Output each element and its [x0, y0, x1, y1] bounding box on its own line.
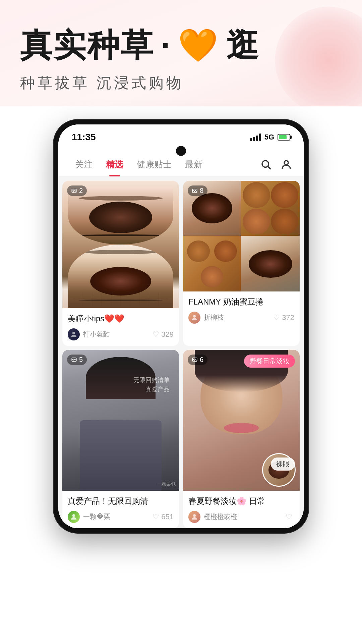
card-2-image: 8 [183, 181, 300, 291]
card-2-meta: 折柳枝 ♡ 372 [188, 312, 294, 324]
photo-count-4: 6 [188, 355, 207, 365]
feed-card-1[interactable]: 2 美瞳小tips❤️❤️ 打小就酷 ♡ 329 [62, 181, 179, 346]
camera-notch [176, 146, 186, 156]
card-1-avatar [68, 328, 80, 340]
signal-bar-4 [259, 133, 261, 141]
hero-heart: 🧡 [178, 27, 220, 64]
card-2-body: FLANMY 奶油蜜豆捲 折柳枝 ♡ 372 [183, 291, 300, 329]
card-4-meta: 橙橙橙或橙 ♡ [188, 511, 294, 523]
search-icon[interactable] [259, 157, 274, 172]
feed-card-4[interactable]: 6 野餐日常淡妆 裸眼 春夏野餐淡妆🌸 日常 橙橙橙或橙 [183, 350, 300, 528]
tab-featured[interactable]: 精选 [99, 156, 130, 173]
profile-icon[interactable] [279, 157, 294, 172]
feed-grid: 2 美瞳小tips❤️❤️ 打小就酷 ♡ 329 [58, 177, 304, 528]
battery-fill [279, 135, 287, 139]
svg-point-21 [72, 514, 75, 517]
card-1-like-count: 329 [161, 330, 174, 339]
status-icons: 5G [250, 133, 290, 142]
feed-card-3[interactable]: 无限回购清单 真爱产品 一颗栗乜 5 真爱产品！无限回购清 [62, 350, 179, 528]
phone-screen: 11:35 5G 关注 [58, 124, 304, 528]
photo-count-1: 2 [67, 185, 87, 196]
heart-icon-3: ♡ [153, 513, 159, 521]
card-3-avatar [68, 511, 80, 523]
card-3-image: 无限回购清单 真爱产品 一颗栗乜 5 [62, 350, 179, 491]
signal-bars-icon [250, 133, 261, 141]
svg-point-24 [193, 514, 196, 517]
card-1-image: 2 [62, 181, 179, 308]
card-2-title: FLANMY 奶油蜜豆捲 [188, 296, 294, 308]
card-3-like-count: 651 [161, 513, 174, 521]
photo-count-3: 5 [67, 355, 87, 365]
svg-point-0 [262, 161, 269, 167]
tab-health[interactable]: 健康贴士 [130, 156, 178, 173]
card-4-tag: 野餐日常淡妆 [244, 355, 295, 368]
tab-latest[interactable]: 最新 [178, 156, 209, 173]
card-2-avatar [188, 312, 200, 324]
feed-card-2[interactable]: 8 FLANMY 奶油蜜豆捲 折柳枝 ♡ 372 [183, 181, 300, 346]
card-3-body: 真爱产品！无限回购清 一颗�栗 ♡ 651 [62, 491, 179, 528]
phone-wrapper: 11:35 5G 关注 [0, 106, 362, 533]
card-4-likes: ♡ [286, 513, 294, 521]
card-4-avatar [188, 511, 200, 523]
card-4-body: 春夏野餐淡妆🌸 日常 橙橙橙或橙 ♡ [183, 491, 300, 528]
heart-icon-4: ♡ [286, 513, 292, 521]
card-4-naked-badge: 裸眼 [271, 458, 295, 471]
tab-follow[interactable]: 关注 [68, 156, 99, 173]
status-time: 11:35 [72, 132, 96, 143]
status-bar: 11:35 5G [58, 124, 304, 146]
card-2-username: 折柳枝 [204, 313, 270, 322]
svg-point-18 [193, 315, 196, 318]
heart-icon-2: ♡ [273, 313, 280, 322]
heart-icon-1: ♡ [153, 330, 159, 339]
card-3-title: 真爱产品！无限回购清 [68, 495, 174, 507]
card-1-body: 美瞳小tips❤️❤️ 打小就酷 ♡ 329 [62, 308, 179, 346]
battery-icon [278, 134, 290, 141]
signal-bar-2 [253, 137, 255, 141]
photo-count-2: 8 [188, 185, 207, 196]
collage-cell-4 [241, 236, 300, 291]
hero-title-text2: 逛 [226, 27, 260, 64]
hero-section: 真实种草 · 🧡 逛 种草拔草 沉浸式购物 [0, 0, 362, 106]
card-3-meta: 一颗�栗 ♡ 651 [68, 511, 174, 523]
hero-subtitle: 种草拔草 沉浸式购物 [20, 73, 342, 93]
svg-line-1 [268, 166, 270, 169]
signal-bar-1 [250, 138, 252, 141]
card-4-username: 橙橙橙或橙 [204, 512, 282, 521]
card-1-username: 打小就酷 [83, 330, 149, 339]
collage-cell-3 [183, 236, 241, 291]
card-4-title: 春夏野餐淡妆🌸 日常 [188, 495, 294, 507]
card-3-username: 一颗�栗 [83, 512, 149, 521]
card-2-likes: ♡ 372 [273, 313, 294, 322]
hero-title-text1: 真实种草 [20, 27, 154, 64]
card-3-likes: ♡ 651 [153, 513, 174, 521]
card-1-meta: 打小就酷 ♡ 329 [68, 328, 174, 340]
card-2-like-count: 372 [282, 313, 294, 322]
card-1-likes: ♡ 329 [153, 330, 174, 339]
hero-separator: · [161, 27, 171, 64]
card-1-title: 美瞳小tips❤️❤️ [68, 313, 174, 324]
network-label: 5G [264, 133, 274, 142]
phone-frame: 11:35 5G 关注 [54, 120, 308, 533]
signal-bar-3 [256, 136, 258, 141]
card-4-image: 6 野餐日常淡妆 裸眼 [183, 350, 300, 491]
svg-point-2 [284, 161, 288, 165]
hero-title: 真实种草 · 🧡 逛 [20, 27, 342, 64]
svg-point-15 [72, 332, 75, 334]
collage-cell-2 [241, 181, 300, 236]
